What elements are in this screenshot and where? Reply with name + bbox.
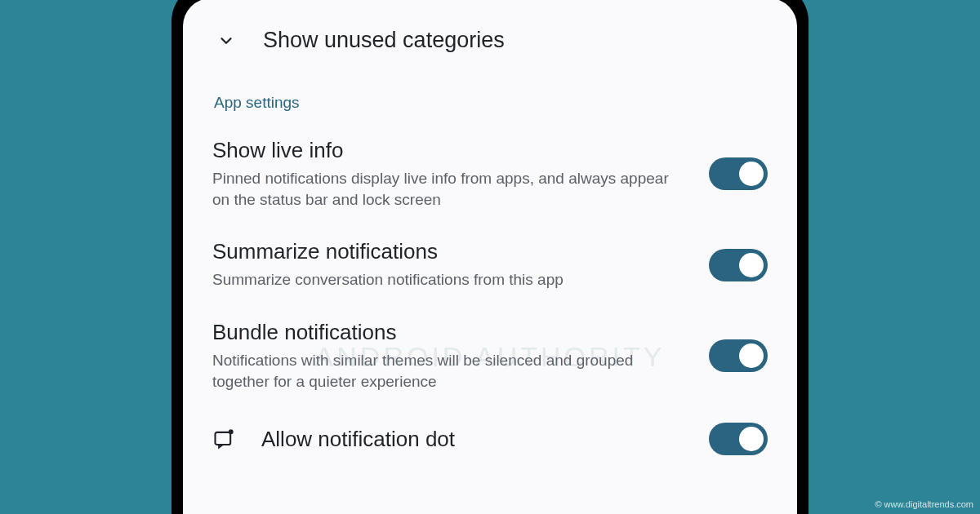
image-credit: © www.digitaltrends.com — [875, 499, 973, 509]
phone-screen: Show unused categories App settings Show… — [183, 0, 797, 514]
bundle-notifications-desc: Notifications with similar themes will b… — [212, 350, 689, 392]
summarize-notifications-title: Summarize notifications — [212, 239, 689, 264]
summarize-notifications-desc: Summarize conversation notifications fro… — [212, 269, 689, 290]
show-live-info-row[interactable]: Show live info Pinned notifications disp… — [212, 123, 768, 224]
svg-rect-0 — [216, 432, 231, 445]
bundle-notifications-toggle[interactable] — [709, 339, 768, 372]
notification-dot-icon — [212, 428, 235, 450]
show-live-info-toggle[interactable] — [709, 157, 768, 190]
summarize-notifications-text: Summarize notifications Summarize conver… — [212, 239, 689, 290]
show-live-info-text: Show live info Pinned notifications disp… — [212, 138, 689, 210]
show-unused-categories-label: Show unused categories — [263, 28, 505, 53]
show-unused-categories-row[interactable]: Show unused categories — [212, 18, 768, 76]
bundle-notifications-text: Bundle notifications Notifications with … — [212, 320, 689, 392]
svg-point-1 — [229, 430, 234, 435]
chevron-down-icon — [217, 32, 235, 50]
bundle-notifications-row[interactable]: Bundle notifications Notifications with … — [212, 305, 768, 406]
show-live-info-title: Show live info — [212, 138, 689, 163]
show-live-info-desc: Pinned notifications display live info f… — [212, 168, 689, 210]
allow-notification-dot-toggle[interactable] — [709, 423, 768, 455]
app-settings-header: App settings — [212, 76, 768, 123]
summarize-notifications-row[interactable]: Summarize notifications Summarize conver… — [212, 224, 768, 305]
phone-frame: Show unused categories App settings Show… — [172, 0, 808, 514]
allow-notification-dot-label: Allow notification dot — [261, 427, 683, 452]
summarize-notifications-toggle[interactable] — [709, 249, 768, 281]
allow-notification-dot-row[interactable]: Allow notification dot — [212, 406, 768, 455]
bundle-notifications-title: Bundle notifications — [212, 320, 689, 345]
